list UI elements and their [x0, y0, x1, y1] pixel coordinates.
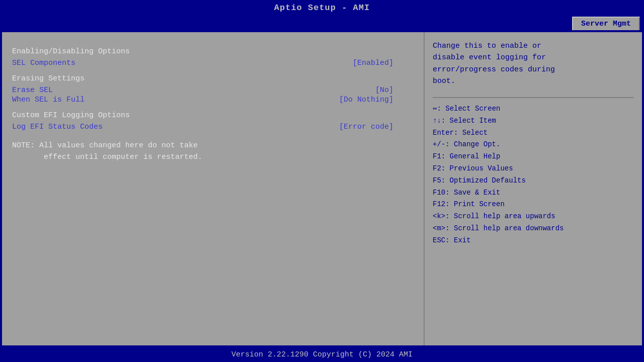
option-log-efi[interactable]: Log EFI Status Codes [Error code]	[12, 123, 414, 131]
option-value-sel-components: [Enabled]	[353, 59, 393, 67]
section-efi-logging: Custom EFI Logging Options Log EFI Statu…	[12, 111, 414, 131]
key-legend-row-7: F10: Save & Exit	[433, 187, 634, 199]
key-legend-row-0: ⇔: Select Screen	[433, 103, 634, 115]
key-legend-row-10: <m>: Scroll help area downwards	[433, 223, 634, 235]
key-legend-row-5: F2: Previous Values	[433, 163, 634, 175]
key-legend-row-3: +/-: Change Opt.	[433, 139, 634, 151]
key-legend-row-8: F12: Print Screen	[433, 199, 634, 211]
option-label-sel-full: When SEL is Full	[12, 96, 85, 104]
tab-bar: Server Mgmt	[0, 16, 644, 30]
option-erase-sel[interactable]: Erase SEL [No]	[12, 86, 414, 95]
key-legend-row-9: <k>: Scroll help area upwards	[433, 211, 634, 223]
section-header-erasing: Erasing Settings	[12, 74, 414, 83]
key-legend-row-11: ESC: Exit	[433, 235, 634, 247]
section-header-enabling: Enabling/Disabling Options	[12, 47, 414, 56]
divider	[433, 97, 634, 98]
right-panel: Change this to enable or disable event l…	[425, 32, 642, 345]
option-label-sel-components: SEL Components	[12, 59, 75, 67]
footer: Version 2.22.1290 Copyright (C) 2024 AMI	[0, 347, 644, 362]
key-legend-row-6: F5: Optimized Defaults	[433, 175, 634, 187]
key-legend-row-1: ↑↓: Select Item	[433, 115, 634, 127]
help-text: Change this to enable or disable event l…	[433, 40, 634, 93]
key-legend-row-2: Enter: Select	[433, 127, 634, 139]
option-sel-full[interactable]: When SEL is Full [Do Nothing]	[12, 96, 414, 104]
section-enabling: Enabling/Disabling Options SEL Component…	[12, 47, 414, 67]
key-legend-row-4: F1: General Help	[433, 151, 634, 163]
app: Aptio Setup - AMI Server Mgmt Enabling/D…	[0, 0, 644, 362]
main-content: Enabling/Disabling Options SEL Component…	[0, 30, 644, 347]
option-value-erase-sel: [No]	[375, 86, 393, 95]
key-legend: ⇔: Select Screen ↑↓: Select Item Enter: …	[433, 103, 634, 247]
section-header-efi-logging: Custom EFI Logging Options	[12, 111, 414, 120]
option-sel-components[interactable]: SEL Components [Enabled]	[12, 59, 414, 67]
section-erasing: Erasing Settings Erase SEL [No] When SEL…	[12, 74, 414, 104]
option-value-sel-full: [Do Nothing]	[339, 96, 393, 104]
app-title: Aptio Setup - AMI	[274, 3, 370, 13]
option-label-erase-sel: Erase SEL	[12, 86, 53, 95]
note-text: NOTE: All values changed here do not tak…	[12, 140, 414, 163]
left-panel: Enabling/Disabling Options SEL Component…	[2, 32, 425, 345]
footer-text: Version 2.22.1290 Copyright (C) 2024 AMI	[231, 350, 413, 359]
option-value-log-efi: [Error code]	[339, 123, 393, 131]
option-label-log-efi: Log EFI Status Codes	[12, 123, 103, 131]
tab-server-mgmt[interactable]: Server Mgmt	[572, 17, 640, 30]
title-bar: Aptio Setup - AMI	[0, 0, 644, 16]
